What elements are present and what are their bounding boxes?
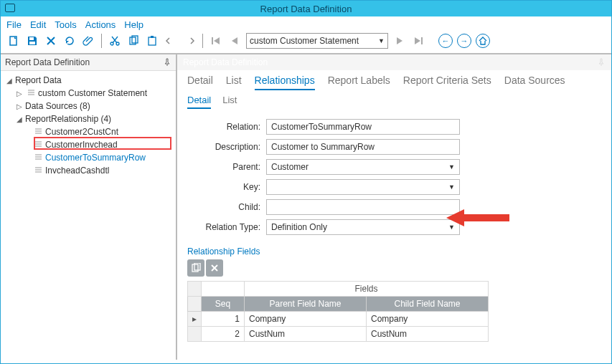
tab-data-sources[interactable]: Data Sources xyxy=(504,75,565,90)
grid-row[interactable]: ▸ 1 Company Company xyxy=(188,312,489,327)
menu-edit[interactable]: Edit xyxy=(30,19,46,30)
chevron-down-icon: ▼ xyxy=(448,183,455,191)
folder-icon xyxy=(32,128,44,135)
cell-parent[interactable]: Company xyxy=(245,312,367,327)
relationship-fields-section: Relationship Fields Fields Seq Parent Fi… xyxy=(177,242,611,342)
subtab-bar: Detail List xyxy=(177,90,611,109)
cell-seq[interactable]: 2 xyxy=(202,327,245,342)
subtab-detail[interactable]: Detail xyxy=(187,95,211,109)
menu-tools[interactable]: Tools xyxy=(55,19,76,30)
toolbar-separator xyxy=(101,34,102,48)
nav-last-icon[interactable] xyxy=(411,34,425,48)
delete-row-button[interactable] xyxy=(206,259,223,277)
label-description: Description: xyxy=(187,142,266,152)
menu-file[interactable]: File xyxy=(6,19,22,30)
svg-rect-2 xyxy=(29,42,35,44)
pin-icon[interactable] xyxy=(597,58,606,67)
paste-icon[interactable] xyxy=(145,34,159,48)
nav-first-icon[interactable] xyxy=(209,34,223,48)
record-combo-value: custom Customer Statement xyxy=(250,36,359,46)
save-icon[interactable] xyxy=(25,34,39,48)
grid-super-header: Fields xyxy=(245,282,489,297)
cell-parent[interactable]: CustNum xyxy=(245,327,367,342)
tree-panel-header: Report Data Definition xyxy=(1,54,176,71)
body: Report Data Definition ◢Report Data ▷cus… xyxy=(1,54,611,360)
attach-icon[interactable] xyxy=(81,34,95,48)
tree[interactable]: ◢Report Data ▷custom Customer Statement … xyxy=(1,71,176,180)
chevron-down-icon: ▼ xyxy=(448,224,455,231)
toolbar-separator-2 xyxy=(202,34,203,48)
undo-icon[interactable] xyxy=(164,34,178,48)
tab-report-criteria-sets[interactable]: Report Criteria Sets xyxy=(403,75,491,90)
label-key: Key: xyxy=(187,182,266,192)
window-title: Report Data Definition xyxy=(260,4,352,14)
content-header: Report Data Definition xyxy=(177,54,611,70)
svg-rect-1 xyxy=(29,37,34,40)
redo-icon[interactable] xyxy=(182,34,197,48)
pin-icon[interactable] xyxy=(163,58,171,67)
tree-leaf-1[interactable]: Customer2CustCnt xyxy=(4,125,176,138)
select-relation-type[interactable]: Definition Only▼ xyxy=(266,219,460,235)
grid-spacer xyxy=(202,282,245,297)
tree-leaf-4[interactable]: InvcheadCashdtl xyxy=(4,164,176,177)
tab-list[interactable]: List xyxy=(226,75,242,90)
menu-bar: File Edit Tools Actions Help xyxy=(1,16,611,30)
tree-node-report[interactable]: ▷custom Customer Statement xyxy=(4,87,176,100)
svg-rect-9 xyxy=(212,37,213,44)
svg-rect-7 xyxy=(149,37,156,45)
tab-relationships[interactable]: Relationships xyxy=(255,75,315,90)
tree-leaf-2[interactable]: CustomerInvchead xyxy=(4,138,176,151)
select-parent[interactable]: Customer▼ xyxy=(266,159,460,175)
input-relation[interactable]: CustomerToSummaryRow xyxy=(266,119,460,135)
tree-panel-title: Report Data Definition xyxy=(5,57,90,67)
cell-seq[interactable]: 1 xyxy=(202,312,245,327)
label-relation-type: Relation Type: xyxy=(187,222,266,232)
copy-icon[interactable] xyxy=(126,34,141,48)
menu-help[interactable]: Help xyxy=(124,19,143,30)
cell-child[interactable]: Company xyxy=(367,312,489,327)
relationship-form: Relation: CustomerToSummaryRow Descripti… xyxy=(177,109,611,242)
title-bar: Report Data Definition xyxy=(1,1,611,16)
new-icon[interactable] xyxy=(6,34,21,48)
folder-icon xyxy=(32,141,44,148)
input-description[interactable]: Customer to SummaryRow xyxy=(266,139,460,155)
select-child[interactable] xyxy=(266,199,460,215)
grid-row[interactable]: 2 CustNum CustNum xyxy=(188,327,489,342)
copy-row-button[interactable] xyxy=(187,259,204,277)
tree-leaf-3-selected[interactable]: CustomerToSummaryRow xyxy=(4,151,176,164)
relationship-fields-title: Relationship Fields xyxy=(187,246,601,257)
tab-report-labels[interactable]: Report Labels xyxy=(328,75,390,90)
delete-icon[interactable] xyxy=(44,34,58,48)
col-child-field[interactable]: Child Field Name xyxy=(367,297,489,312)
col-seq[interactable]: Seq xyxy=(202,297,245,312)
nav-next-icon[interactable] xyxy=(392,34,407,48)
tab-detail[interactable]: Detail xyxy=(187,75,213,90)
col-parent-field[interactable]: Parent Field Name xyxy=(245,297,367,312)
tree-root[interactable]: ◢Report Data xyxy=(4,74,176,87)
nav-home-icon[interactable] xyxy=(476,34,490,48)
tree-panel: Report Data Definition ◢Report Data ▷cus… xyxy=(1,54,177,360)
nav-back-icon[interactable]: ← xyxy=(438,34,453,48)
cut-icon[interactable] xyxy=(108,34,122,48)
cell-child[interactable]: CustNum xyxy=(367,327,489,342)
nav-prev-icon[interactable] xyxy=(227,34,242,48)
chevron-down-icon: ▼ xyxy=(448,163,455,171)
nav-forward-icon[interactable]: → xyxy=(457,34,471,48)
tree-node-datasources[interactable]: ▷Data Sources (8) xyxy=(4,100,176,112)
fields-grid[interactable]: Fields Seq Parent Field Name Child Field… xyxy=(187,281,489,342)
content-panel: Report Data Definition Detail List Relat… xyxy=(177,54,611,360)
tree-node-relationships[interactable]: ◢ReportRelationship (4) xyxy=(4,112,176,125)
select-key[interactable]: ▼ xyxy=(266,179,460,195)
record-combo[interactable]: custom Customer Statement ▼ xyxy=(246,33,388,49)
window-icon xyxy=(5,4,15,12)
label-parent: Parent: xyxy=(187,162,266,172)
subtab-list[interactable]: List xyxy=(222,95,237,109)
content-header-title: Report Data Definition xyxy=(183,57,268,67)
folder-icon xyxy=(25,90,37,97)
toolbar: custom Customer Statement ▼ ← → xyxy=(1,30,611,54)
folder-icon xyxy=(32,154,44,161)
row-indicator: ▸ xyxy=(188,312,202,327)
refresh-icon[interactable] xyxy=(62,34,77,48)
grid-rowhead-header xyxy=(188,297,202,312)
menu-actions[interactable]: Actions xyxy=(85,19,116,30)
